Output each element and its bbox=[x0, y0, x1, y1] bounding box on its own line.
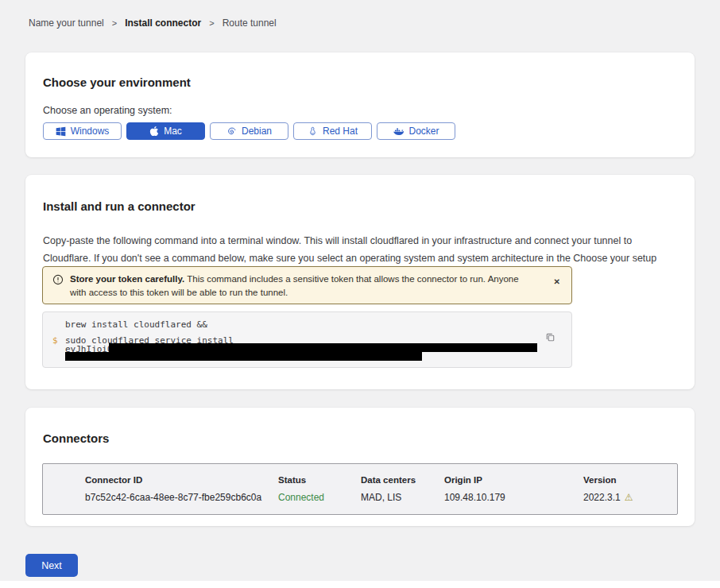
warning-triangle-icon: ⚠ bbox=[625, 492, 633, 503]
cell-connector-id: b7c52c42-6caa-48ee-8c77-fbe259cb6c0a bbox=[85, 492, 278, 503]
os-select-label: Choose an operating system: bbox=[43, 105, 172, 116]
header-version: Version bbox=[583, 475, 677, 485]
install-command-code-block: $ brew install cloudflared && sudo cloud… bbox=[42, 311, 572, 368]
connectors-table-row: b7c52c42-6caa-48ee-8c77-fbe259cb6c0a Con… bbox=[85, 492, 677, 503]
close-icon[interactable]: ✕ bbox=[554, 278, 560, 286]
debian-icon bbox=[226, 126, 237, 137]
copy-icon[interactable] bbox=[545, 332, 555, 342]
cell-data-centers: MAD, LIS bbox=[361, 492, 444, 503]
token-warning-banner: Store your token carefully. This command… bbox=[42, 266, 572, 304]
version-value: 2022.3.1 bbox=[583, 492, 621, 503]
redacted-token-bar bbox=[65, 352, 422, 361]
connectors-table-header: Connector ID Status Data centers Origin … bbox=[85, 475, 677, 485]
connectors-title: Connectors bbox=[43, 431, 109, 445]
next-button[interactable]: Next bbox=[25, 554, 78, 577]
os-button-label: Docker bbox=[408, 126, 439, 137]
os-button-docker[interactable]: Docker bbox=[377, 122, 455, 140]
os-button-redhat[interactable]: Red Hat bbox=[293, 122, 372, 140]
breadcrumb-name-your-tunnel[interactable]: Name your tunnel bbox=[29, 17, 104, 29]
header-status: Status bbox=[278, 475, 361, 485]
os-button-mac[interactable]: Mac bbox=[126, 122, 205, 140]
os-button-windows[interactable]: Windows bbox=[43, 122, 122, 140]
install-connector-title: Install and run a connector bbox=[43, 199, 195, 213]
environment-card: Choose your environment Choose an operat… bbox=[25, 52, 695, 157]
code-line-brew: brew install cloudflared && bbox=[65, 319, 207, 330]
connectors-table: Connector ID Status Data centers Origin … bbox=[42, 463, 678, 515]
header-origin-ip: Origin IP bbox=[444, 475, 583, 485]
token-warning-text: Store your token carefully. This command… bbox=[70, 267, 527, 300]
token-warning-bold: Store your token carefully. bbox=[70, 274, 184, 284]
os-button-label: Windows bbox=[71, 126, 110, 137]
alert-circle-icon bbox=[52, 274, 64, 288]
header-data-centers: Data centers bbox=[361, 475, 444, 485]
windows-icon bbox=[56, 126, 66, 137]
breadcrumb-separator: > bbox=[112, 18, 117, 28]
install-connector-card: Install and run a connector Copy-paste t… bbox=[25, 175, 695, 389]
environment-card-title: Choose your environment bbox=[43, 75, 191, 89]
cell-version: 2022.3.1 ⚠ bbox=[583, 492, 677, 503]
redacted-token-bar bbox=[109, 343, 537, 352]
os-button-label: Debian bbox=[242, 126, 272, 137]
os-button-label: Red Hat bbox=[323, 126, 358, 137]
os-button-group: Windows Mac Debian Red Hat Docker bbox=[43, 122, 455, 140]
header-connector-id: Connector ID bbox=[85, 475, 278, 485]
breadcrumb-install-connector[interactable]: Install connector bbox=[125, 17, 201, 29]
shell-prompt: $ bbox=[52, 335, 58, 346]
os-button-debian[interactable]: Debian bbox=[210, 122, 288, 140]
breadcrumb: Name your tunnel > Install connector > R… bbox=[29, 17, 277, 29]
breadcrumb-separator: > bbox=[209, 18, 214, 28]
bottom-strip bbox=[0, 581, 720, 588]
apple-icon bbox=[149, 126, 159, 137]
docker-icon bbox=[393, 126, 404, 136]
os-button-label: Mac bbox=[164, 126, 182, 137]
redhat-icon bbox=[308, 126, 318, 137]
cell-origin-ip: 109.48.10.179 bbox=[444, 492, 583, 503]
breadcrumb-route-tunnel[interactable]: Route tunnel bbox=[223, 17, 277, 29]
status-badge: Connected bbox=[278, 492, 361, 503]
connectors-card: Connectors Connector ID Status Data cent… bbox=[25, 408, 695, 526]
